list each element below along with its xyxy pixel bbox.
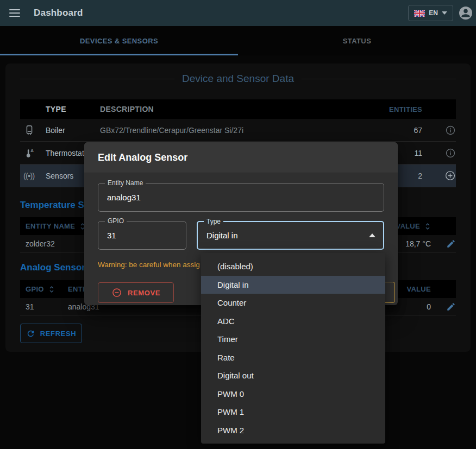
menu-icon[interactable] — [9, 9, 20, 17]
menu-item-timer[interactable]: Timer — [201, 330, 385, 349]
refresh-button[interactable]: REFRESH — [20, 324, 82, 343]
menu-item-pwm1[interactable]: PWM 1 — [201, 403, 385, 421]
add-entity-icon[interactable] — [444, 170, 456, 181]
thermostat-icon: A — [20, 147, 46, 159]
menu-item-counter[interactable]: Counter — [201, 294, 385, 312]
user-avatar[interactable] — [459, 7, 472, 20]
table-row-boiler[interactable]: Boiler GBx72/Trendline/Cerapur/Greenstar… — [20, 119, 456, 142]
header-type: TYPE — [46, 105, 100, 113]
header-description: DESCRIPTION — [100, 105, 375, 113]
type-value: Digital in — [206, 231, 238, 240]
card-title-row: Device and Sensor Data — [20, 64, 456, 88]
info-icon[interactable] — [445, 125, 456, 136]
menu-item-digital-out[interactable]: Digital out — [201, 366, 385, 385]
uk-flag-icon — [414, 10, 425, 17]
info-icon[interactable] — [445, 148, 456, 159]
remove-circle-icon — [111, 287, 122, 298]
menu-item-digital-in[interactable]: Digital in — [201, 276, 385, 294]
type-dropdown-menu: (disabled) Digital in Counter ADC Timer … — [201, 253, 385, 444]
gpio-value: 31 — [107, 231, 116, 240]
devices-table-header: TYPE DESCRIPTION ENTITIES — [20, 99, 456, 119]
entity-name-label: Entity Name — [105, 179, 146, 188]
menu-item-adc[interactable]: ADC — [201, 312, 385, 331]
menu-item-disabled[interactable]: (disabled) — [201, 257, 385, 276]
edit-pencil-icon[interactable] — [446, 239, 456, 249]
menu-item-pwm0[interactable]: PWM 0 — [201, 385, 385, 403]
boiler-icon — [20, 124, 46, 136]
type-label: Type — [204, 217, 223, 226]
sort-icon — [48, 286, 55, 293]
tab-devices-sensors[interactable]: DEVICES & SENSORS — [0, 26, 238, 55]
person-icon — [459, 7, 472, 20]
page-title: Device and Sensor Data — [182, 73, 294, 85]
gpio-label: GPIO — [105, 217, 127, 226]
chevron-up-icon — [369, 233, 375, 237]
screen: Dashboard EN — [0, 0, 476, 449]
type-select[interactable]: Type Digital in — [197, 221, 384, 250]
tabbar: DEVICES & SENSORS STATUS — [0, 26, 476, 55]
dialog-title: Edit Analog Sensor — [98, 152, 187, 163]
refresh-icon — [26, 329, 35, 338]
language-label: EN — [429, 9, 438, 17]
dialog-header: Edit Analog Sensor — [84, 142, 398, 173]
header-gpio[interactable]: GPIO — [20, 285, 64, 293]
header-entities: ENTITIES — [375, 105, 424, 113]
sensors-icon: ((•)) — [20, 171, 46, 180]
svg-text:A: A — [30, 148, 34, 153]
menu-item-pwm2[interactable]: PWM 2 — [201, 421, 385, 440]
menu-item-rate[interactable]: Rate — [201, 349, 385, 367]
topbar: Dashboard EN — [0, 0, 476, 26]
language-selector[interactable]: EN — [408, 5, 453, 21]
tab-status[interactable]: STATUS — [238, 26, 476, 55]
remove-button[interactable]: REMOVE — [98, 282, 174, 303]
gpio-field[interactable]: GPIO 31 — [98, 221, 186, 250]
entity-name-value: analog31 — [107, 193, 141, 202]
app-title: Dashboard — [34, 8, 83, 18]
sort-icon — [424, 223, 431, 230]
edit-pencil-icon[interactable] — [446, 302, 456, 312]
entity-name-field[interactable]: Entity Name analog31 — [98, 183, 384, 212]
chevron-down-icon — [442, 11, 447, 15]
